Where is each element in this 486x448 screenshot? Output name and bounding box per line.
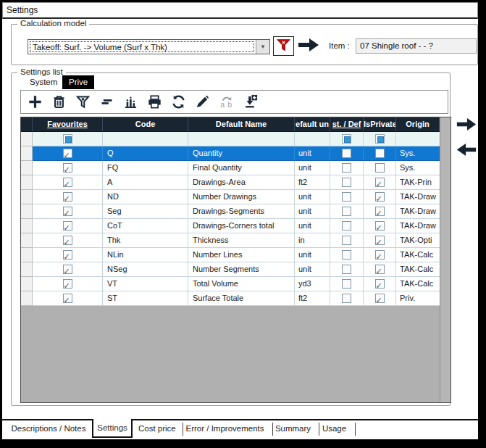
row-selector[interactable] xyxy=(21,190,33,204)
chart-button[interactable] xyxy=(122,94,139,111)
row-selector[interactable] xyxy=(21,262,33,277)
table-vertical-scrollbar[interactable] xyxy=(440,117,451,402)
favourite-cell xyxy=(33,248,103,262)
inst-def-checkbox[interactable] xyxy=(342,236,351,245)
table-row[interactable]: QQuantityunitSys. xyxy=(21,146,440,161)
inst-def-checkbox[interactable] xyxy=(342,279,351,289)
is-private-checkbox[interactable] xyxy=(375,221,385,231)
table-row[interactable]: ADrawings-Areaft2TAK-Prin xyxy=(21,175,440,190)
move-left-arrow[interactable] xyxy=(456,142,478,158)
rename-button[interactable]: ab xyxy=(217,94,235,111)
is-private-checkbox[interactable] xyxy=(375,192,385,202)
column-header[interactable]: st. / Def xyxy=(330,117,364,132)
inst-def-checkbox[interactable] xyxy=(342,207,351,216)
inst-def-checkbox[interactable] xyxy=(342,265,351,274)
refresh-button[interactable] xyxy=(169,94,187,111)
favourite-checkbox[interactable] xyxy=(63,250,72,260)
table-row[interactable]: CoTDrawings-Corners totalunitTAK-Draw xyxy=(21,219,440,233)
table-row[interactable]: ThkThicknessinTAK-Opti xyxy=(21,233,440,248)
row-selector[interactable] xyxy=(21,175,33,190)
print-button[interactable] xyxy=(146,94,163,111)
code-cell: A xyxy=(103,175,188,190)
is-private-checkbox[interactable] xyxy=(375,149,385,158)
inst-def-filter-checkbox[interactable] xyxy=(342,134,351,144)
table-row[interactable]: VTTotal Volumeyd3TAK-Calc xyxy=(21,277,440,291)
merge-icon xyxy=(99,94,114,109)
favourite-checkbox[interactable] xyxy=(63,149,72,158)
row-selector[interactable] xyxy=(21,277,33,291)
tab-error-improvements[interactable]: Error / Improvements xyxy=(185,423,273,436)
tab-system[interactable]: System xyxy=(30,78,57,86)
inst-def-checkbox[interactable] xyxy=(342,149,351,158)
row-selector[interactable] xyxy=(21,146,33,161)
chevron-down-icon[interactable]: ▼ xyxy=(256,40,269,54)
default-unit-cell: ft2 xyxy=(295,291,330,306)
edit-button[interactable] xyxy=(193,94,211,111)
tab-usage[interactable]: Usage xyxy=(321,423,356,436)
calculation-model-select[interactable]: Takeoff: Surf. -> Volume (Surf x Thk) ▼ xyxy=(28,39,270,54)
table-row[interactable]: NDNumber DrawingsunitTAK-Draw xyxy=(21,190,440,204)
tab-prive[interactable]: Prive xyxy=(62,75,94,89)
table-row[interactable]: STSurface Totaleft2Priv. xyxy=(21,291,440,306)
favourite-checkbox[interactable] xyxy=(63,236,72,245)
code-cell: ST xyxy=(103,291,188,306)
favourite-checkbox[interactable] xyxy=(63,207,72,216)
inst-def-checkbox[interactable] xyxy=(342,221,351,231)
tab-summary[interactable]: Summary xyxy=(275,423,319,436)
column-header[interactable]: efault un xyxy=(295,117,330,132)
code-cell: VT xyxy=(103,277,188,291)
filter-model-button[interactable] xyxy=(273,36,294,56)
is-private-checkbox[interactable] xyxy=(375,250,385,260)
favourite-checkbox[interactable] xyxy=(63,294,72,303)
column-header[interactable]: Code xyxy=(103,117,188,132)
default-unit-cell: unit xyxy=(295,262,330,277)
row-selector[interactable] xyxy=(21,204,33,219)
row-selector[interactable] xyxy=(21,291,33,306)
tab-cost-price[interactable]: Cost price xyxy=(138,423,183,436)
row-selector[interactable] xyxy=(21,248,33,262)
column-header[interactable] xyxy=(21,117,33,132)
is-private-checkbox[interactable] xyxy=(375,294,385,303)
column-header[interactable]: Default Name xyxy=(188,117,295,132)
table-row[interactable]: NLinNumber LinesunitTAK-Calc xyxy=(21,248,440,262)
inst-def-checkbox[interactable] xyxy=(342,192,351,202)
filter-button[interactable] xyxy=(74,94,91,111)
inst-def-checkbox[interactable] xyxy=(342,163,351,173)
tab-descriptions-notes[interactable]: Descriptions / Notes xyxy=(8,420,89,436)
inst-def-checkbox[interactable] xyxy=(342,250,351,260)
tab-settings[interactable]: Settings xyxy=(92,419,133,438)
is-private-checkbox[interactable] xyxy=(375,178,385,187)
inst-def-checkbox[interactable] xyxy=(342,178,351,187)
is-private-checkbox[interactable] xyxy=(375,207,385,216)
inst-def-checkbox[interactable] xyxy=(342,294,351,303)
is-private-checkbox[interactable] xyxy=(375,163,385,173)
favourite-checkbox[interactable] xyxy=(63,279,72,289)
favourites-filter-checkbox[interactable] xyxy=(63,134,72,144)
delete-button[interactable] xyxy=(50,94,67,111)
table-row[interactable]: SegDrawings-SegmentsunitTAK-Draw xyxy=(21,204,440,219)
import-button[interactable] xyxy=(241,94,259,111)
inst-def-cell xyxy=(330,175,364,190)
row-selector[interactable] xyxy=(21,161,33,175)
row-selector[interactable] xyxy=(21,219,33,233)
is-private-filter-checkbox[interactable] xyxy=(375,134,385,144)
item-field[interactable]: 07 Shingle roof - - ? xyxy=(356,38,477,54)
favourite-checkbox[interactable] xyxy=(63,192,72,202)
table-row[interactable]: FQFinal QuantityunitSys. xyxy=(21,161,440,175)
move-right-arrow[interactable] xyxy=(456,117,478,133)
is-private-checkbox[interactable] xyxy=(375,236,385,245)
add-button[interactable] xyxy=(26,94,43,111)
column-header[interactable]: Favourites xyxy=(33,117,103,132)
column-header[interactable]: IsPrivate xyxy=(364,117,396,132)
favourite-checkbox[interactable] xyxy=(63,265,72,274)
favourite-checkbox[interactable] xyxy=(63,178,72,187)
code-cell: FQ xyxy=(103,161,188,175)
is-private-checkbox[interactable] xyxy=(375,265,385,274)
merge-button[interactable] xyxy=(98,94,115,111)
column-header[interactable]: Origin xyxy=(396,117,440,132)
is-private-checkbox[interactable] xyxy=(375,279,385,289)
row-selector[interactable] xyxy=(21,233,33,248)
favourite-checkbox[interactable] xyxy=(63,163,72,173)
favourite-checkbox[interactable] xyxy=(63,221,72,231)
table-row[interactable]: NSegNumber SegmentsunitTAK-Calc xyxy=(21,262,440,277)
